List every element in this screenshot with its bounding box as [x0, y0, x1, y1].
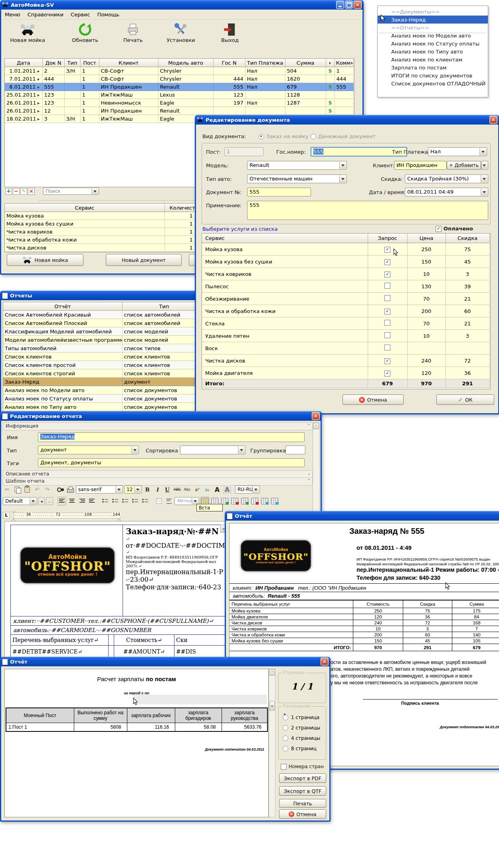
request-checkbox[interactable]: ✓	[384, 259, 390, 265]
merge-cells-icon[interactable]	[260, 497, 269, 505]
expand-icon[interactable]: ⌄	[307, 471, 311, 476]
report-row[interactable]: Классификация Моделей автомобилей список…	[3, 327, 204, 336]
datetime-select[interactable]: 08.01.2011 04:49	[405, 188, 488, 196]
font-size-select[interactable]: 12	[124, 486, 142, 493]
section-info[interactable]: Информация⌃	[3, 422, 313, 430]
service-option-row[interactable]: Чистка и обработка кожи ✓ 200 60	[202, 305, 489, 317]
highlight-icon[interactable]: A	[223, 485, 232, 494]
col-header[interactable]: Модель авто	[158, 59, 213, 67]
style-back-icon[interactable]: ◂	[38, 497, 45, 505]
page-layout-radio[interactable]: 1 страница	[283, 712, 320, 723]
report-row[interactable]: Заказ-Няряд документ	[3, 378, 204, 386]
page-numbers-checkbox[interactable]	[281, 764, 287, 770]
print-icon[interactable]	[66, 485, 75, 494]
edit-row-icon[interactable]: ✎	[20, 188, 27, 195]
scroll-thumb[interactable]: ≡	[269, 701, 275, 711]
chevron-down-icon[interactable]	[339, 175, 346, 182]
refresh-toolbar-button[interactable]: Обновить	[64, 21, 106, 45]
post-field[interactable]: 1	[224, 147, 263, 156]
print-toolbar-button[interactable]: Печать	[114, 21, 152, 45]
add-column-icon[interactable]	[240, 497, 249, 505]
numbered-list-icon[interactable]	[111, 497, 119, 505]
new-wash-toolbar-button[interactable]: Новая мойка	[7, 21, 48, 45]
align-right-icon[interactable]	[77, 497, 86, 505]
document-row[interactable]: 25.01.2011 123 1 ИжТяжМаш Lexus 123 1128	[5, 91, 353, 99]
col-header[interactable]: Гос N	[213, 59, 245, 67]
report-row[interactable]: Список Автомобилей Плоский список автомо…	[3, 319, 204, 327]
subscript-icon[interactable]: a₂	[203, 485, 212, 494]
col-header[interactable]: Пост	[80, 59, 99, 67]
reports-titlebar[interactable]: Отчеты	[0, 291, 207, 300]
popup-menu-item[interactable]: Анализ моек по Статусу оплаты	[378, 40, 488, 48]
cancel-button[interactable]: × Отмена	[279, 809, 326, 819]
delete-column-icon[interactable]	[250, 497, 259, 505]
col-header[interactable]: Дата	[5, 59, 42, 67]
underline-icon[interactable]: U	[163, 485, 172, 494]
salary-titlebar[interactable]: Отчёт ×	[0, 657, 331, 666]
report-name-field[interactable]: Заказ-Няряд	[38, 432, 305, 442]
export-qtf-button[interactable]: Экспорт в QTF	[279, 786, 326, 796]
label-input[interactable]: Метка п	[174, 497, 199, 505]
col-header[interactable]: Сервис	[5, 204, 164, 212]
remove-row-icon[interactable]: −	[13, 188, 20, 195]
request-checkbox[interactable]	[384, 295, 390, 301]
chevron-down-icon[interactable]	[481, 188, 487, 196]
undo-icon[interactable]: ↶	[33, 485, 42, 494]
document-row[interactable]: 1.01.2011 2 З/Н 1 СВ-Софт Chrysler Нал 5…	[5, 67, 353, 75]
chevron-down-icon[interactable]	[131, 446, 138, 454]
document-row[interactable]: 8.01.2011 555 1 ИН Продакшен Renault 555…	[5, 83, 353, 91]
section-description[interactable]: Описание отчета⌄	[3, 470, 313, 478]
no-strike-icon[interactable]: Abc	[183, 485, 192, 494]
document-row[interactable]: 26.01.2011 123 1 Невинномысск Eagle 197 …	[5, 99, 353, 107]
outdent-icon[interactable]	[131, 497, 139, 505]
popup-menu-item[interactable]: ==Документы==	[378, 8, 488, 16]
discount-select[interactable]: Скидка Тройная (30%)	[405, 174, 488, 183]
find-icon[interactable]	[56, 485, 65, 494]
car-type-select[interactable]: Отечественные машин	[247, 174, 347, 183]
bullet-list-icon[interactable]	[101, 497, 109, 505]
service-option-row[interactable]: Мойка кузова ✓ 250 75	[202, 243, 489, 256]
add-client-button[interactable]: + Добавить	[447, 161, 481, 170]
sort-select[interactable]	[180, 446, 246, 454]
delete-row-icon[interactable]: ×	[28, 188, 35, 195]
exit-toolbar-button[interactable]: Выход	[212, 21, 248, 45]
font-color-icon[interactable]: A	[213, 485, 222, 494]
superscript-icon[interactable]: a²	[193, 485, 202, 494]
popup-menu-item[interactable]: Зарплата по постам	[378, 63, 488, 71]
margin-marker-top[interactable]	[12, 510, 16, 515]
col-header[interactable]: Док N	[42, 59, 64, 67]
request-checkbox[interactable]: ✓	[384, 309, 390, 315]
chevron-down-icon[interactable]	[252, 486, 259, 493]
main-titlebar[interactable]: АвтоМойка-SV ×	[0, 0, 364, 10]
chevron-down-icon[interactable]	[30, 498, 36, 504]
popup-menu-item[interactable]: Анализ моек по Типу авто	[378, 48, 488, 55]
tags-field[interactable]: Документ, документы	[38, 458, 305, 467]
splitter-handle[interactable]	[39, 199, 196, 201]
request-checkbox[interactable]: ✓	[384, 358, 390, 364]
document-row[interactable]: 26.01.2011 12 1 ИН Продакшен Renault $	[5, 107, 353, 115]
close-button[interactable]: ×	[354, 1, 362, 9]
paragraph-style-select[interactable]: Default	[3, 497, 37, 505]
maximize-button[interactable]	[345, 1, 353, 9]
service-option-row[interactable]: Чистка дисков ✓ 240 72	[202, 355, 489, 367]
paragraph-format-icon[interactable]	[164, 497, 173, 505]
chevron-down-icon[interactable]	[481, 175, 487, 182]
scroll-up-icon[interactable]: ⌃	[313, 423, 319, 429]
report-row[interactable]: Список клиентов список клиентов	[3, 353, 204, 361]
service-option-row[interactable]: Чистка ковриков ✓ 10 3	[202, 268, 489, 280]
split-cells-icon[interactable]	[270, 497, 279, 505]
italic-icon[interactable]: I	[153, 485, 162, 494]
popup-menu-item[interactable]: Анализ моек по клиентам	[378, 55, 488, 63]
style-more-icon[interactable]: ...	[46, 497, 53, 505]
scroll-up-icon[interactable]: ⌃	[269, 669, 275, 676]
page-layout-radio[interactable]: 4 страницы	[283, 733, 320, 743]
pay-type-select[interactable]: Нал	[428, 147, 487, 156]
request-checkbox[interactable]	[384, 345, 390, 351]
col-header[interactable]: Запрос	[368, 234, 407, 243]
report-type-select[interactable]: документ	[38, 446, 139, 454]
bold-icon[interactable]: B	[143, 485, 152, 494]
report-row[interactable]: Анализ моек по Статусу оплаты список док…	[3, 394, 204, 403]
request-checkbox[interactable]: ✓	[384, 371, 390, 377]
radio-icon[interactable]	[283, 735, 288, 741]
service-option-row[interactable]: Пылесос 130 39	[202, 280, 489, 293]
